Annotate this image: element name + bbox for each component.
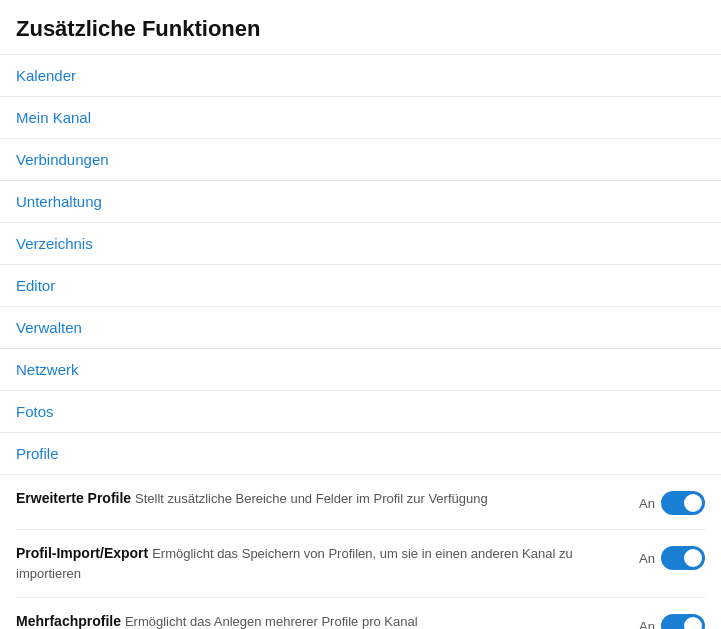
nav-item-mein-kanal: Mein Kanal [0,96,721,138]
setting-row-mehrfachprofile: Mehrfachprofile Ermöglicht das Anlegen m… [16,598,705,629]
toggle-label-profil-import-export: An [639,551,655,566]
nav-link-verwalten[interactable]: Verwalten [0,307,721,348]
toggle-slider-profil-import-export [661,546,705,570]
nav-list: Kalender Mein Kanal Verbindungen Unterha… [0,54,721,474]
nav-item-unterhaltung: Unterhaltung [0,180,721,222]
nav-item-netzwerk: Netzwerk [0,348,721,390]
toggle-mehrfachprofile[interactable] [661,614,705,629]
nav-item-verbindungen: Verbindungen [0,138,721,180]
setting-description-mehrfachprofile: Ermöglicht das Anlegen mehrerer Profile … [125,614,418,629]
setting-text-mehrfachprofile: Mehrfachprofile Ermöglicht das Anlegen m… [16,612,623,629]
setting-row-erweiterte-profile: Erweiterte Profile Stellt zusätzliche Be… [16,475,705,530]
nav-link-verzeichnis[interactable]: Verzeichnis [0,223,721,264]
setting-description-erweiterte-profile: Stellt zusätzliche Bereiche und Felder i… [135,491,488,506]
toggle-profil-import-export[interactable] [661,546,705,570]
setting-title-profil-import-export: Profil-Import/Export [16,545,148,561]
toggle-erweiterte-profile[interactable] [661,491,705,515]
setting-text-profil-import-export: Profil-Import/Export Ermöglicht das Spei… [16,544,623,583]
setting-text-erweiterte-profile: Erweiterte Profile Stellt zusätzliche Be… [16,489,623,509]
toggle-label-mehrfachprofile: An [639,619,655,629]
setting-title-erweiterte-profile: Erweiterte Profile [16,490,131,506]
nav-item-editor: Editor [0,264,721,306]
nav-item-verzeichnis: Verzeichnis [0,222,721,264]
setting-title-mehrfachprofile: Mehrfachprofile [16,613,121,629]
nav-item-verwalten: Verwalten [0,306,721,348]
nav-item-profile: Profile [0,432,721,474]
nav-link-fotos[interactable]: Fotos [0,391,721,432]
nav-link-kalender[interactable]: Kalender [0,55,721,96]
nav-link-netzwerk[interactable]: Netzwerk [0,349,721,390]
nav-link-profile[interactable]: Profile [0,433,721,474]
toggle-slider-mehrfachprofile [661,614,705,629]
toggle-wrapper-mehrfachprofile: An [639,612,705,629]
setting-row-profil-import-export: Profil-Import/Export Ermöglicht das Spei… [16,530,705,598]
nav-link-editor[interactable]: Editor [0,265,721,306]
toggle-slider-erweiterte-profile [661,491,705,515]
toggle-wrapper-erweiterte-profile: An [639,489,705,515]
page-title: Zusätzliche Funktionen [0,0,721,54]
toggle-label-erweiterte-profile: An [639,496,655,511]
nav-link-mein-kanal[interactable]: Mein Kanal [0,97,721,138]
nav-link-verbindungen[interactable]: Verbindungen [0,139,721,180]
settings-section: Erweiterte Profile Stellt zusätzliche Be… [0,474,721,629]
toggle-wrapper-profil-import-export: An [639,544,705,570]
nav-link-unterhaltung[interactable]: Unterhaltung [0,181,721,222]
nav-item-fotos: Fotos [0,390,721,432]
nav-item-kalender: Kalender [0,54,721,96]
